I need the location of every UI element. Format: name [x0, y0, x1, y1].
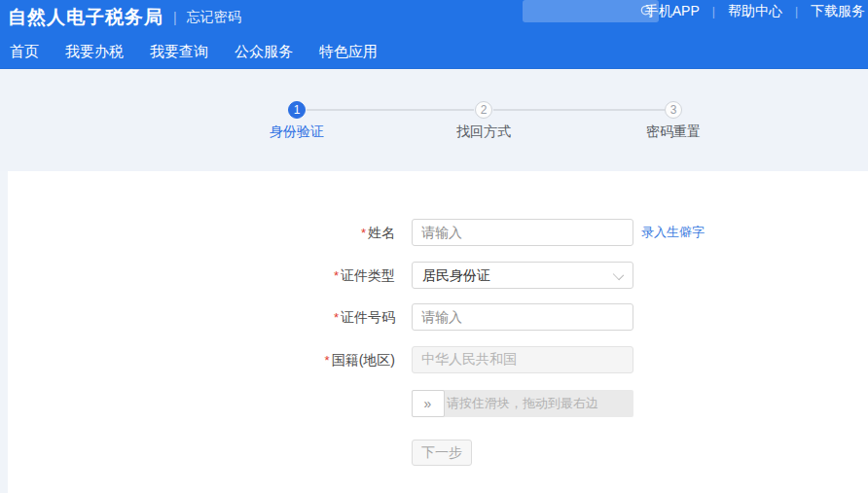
required-asterisk: * — [334, 310, 339, 325]
form-row-id-type: *证件类型 居民身份证 — [8, 262, 868, 289]
nav-item-query[interactable]: 我要查询 — [150, 43, 208, 61]
main-nav: 首页 我要办税 我要查询 公众服务 特色应用 — [0, 35, 868, 69]
link-divider: | — [712, 5, 715, 18]
form-row-name: *姓名 录入生僻字 — [8, 219, 868, 246]
app-title: 自然人电子税务局 — [8, 5, 163, 30]
chevron-down-icon — [613, 269, 624, 280]
search-input[interactable] — [523, 0, 659, 22]
next-step-button[interactable]: 下一步 — [412, 440, 472, 466]
name-input[interactable] — [412, 219, 633, 246]
slider-hint: 请按住滑块，拖动到最右边 — [412, 390, 633, 417]
steps-band: 1 2 3 身份验证 找回方式 密码重置 — [0, 69, 868, 171]
required-asterisk: * — [325, 353, 330, 368]
step-label-identity: 身份验证 — [238, 123, 355, 141]
brand-group: 自然人电子税务局 | 忘记密码 — [8, 0, 241, 35]
page-title: 忘记密码 — [187, 9, 241, 26]
step-circle-recovery: 2 — [475, 101, 492, 119]
step-circle-identity: 1 — [288, 101, 306, 119]
captcha-slider: 请按住滑块，拖动到最右边 » — [412, 390, 633, 417]
step-connector — [493, 109, 665, 111]
rare-character-link[interactable]: 录入生僻字 — [641, 219, 705, 246]
required-asterisk: * — [334, 268, 339, 283]
id-number-label: *证件号码 — [8, 303, 395, 332]
id-number-input[interactable] — [412, 303, 633, 331]
topbar-links: 手机APP | 帮助中心 | 下载服务 — [645, 0, 865, 22]
step-circle-reset: 3 — [665, 101, 682, 119]
slider-handle[interactable]: » — [412, 390, 445, 417]
nav-item-home[interactable]: 首页 — [10, 43, 39, 61]
name-label: *姓名 — [8, 219, 395, 247]
link-download-service[interactable]: 下载服务 — [811, 3, 865, 20]
link-help-center[interactable]: 帮助中心 — [728, 3, 782, 20]
link-divider: | — [795, 5, 798, 18]
form-panel: *姓名 录入生僻字 *证件类型 居民身份证 *证件号码 *国籍(地区) — [8, 171, 868, 493]
required-asterisk: * — [361, 226, 366, 240]
nav-item-tax-handling[interactable]: 我要办税 — [65, 43, 124, 61]
form-row-id-number: *证件号码 — [8, 303, 868, 331]
id-type-label: *证件类型 — [8, 262, 395, 290]
nationality-input — [412, 346, 633, 373]
link-mobile-app[interactable]: 手机APP — [645, 3, 700, 20]
id-type-select[interactable]: 居民身份证 — [412, 262, 633, 289]
form-row-nationality: *国籍(地区) — [8, 346, 868, 373]
nationality-label: *国籍(地区) — [8, 346, 395, 374]
title-divider: | — [173, 10, 177, 25]
nav-item-public-service[interactable]: 公众服务 — [235, 43, 293, 61]
step-label-reset: 密码重置 — [615, 123, 732, 141]
topbar: 自然人电子税务局 | 忘记密码 手机APP | 帮助中心 | 下载服务 — [0, 0, 868, 35]
step-connector — [307, 109, 474, 111]
step-label-recovery: 找回方式 — [425, 123, 542, 141]
id-type-selected-value: 居民身份证 — [422, 263, 490, 288]
nav-item-featured-apps[interactable]: 特色应用 — [319, 43, 378, 61]
